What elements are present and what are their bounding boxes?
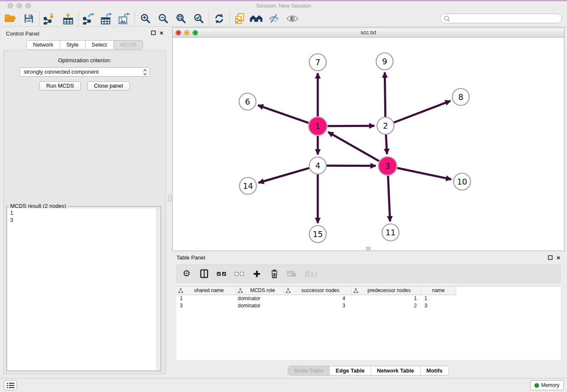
eye-icon <box>286 14 299 23</box>
column-header-shared-name[interactable]: shared name <box>176 287 236 295</box>
edge-2-3[interactable] <box>386 135 387 154</box>
cell-shared_name[interactable]: 1 <box>176 295 236 302</box>
mcds-result-box[interactable]: 1 3 <box>8 208 160 370</box>
function-builder-button[interactable]: f(x) <box>304 270 317 278</box>
zoom-selected-button[interactable] <box>192 12 205 25</box>
tab-network[interactable]: Network <box>27 41 60 49</box>
zoom-window-button[interactable] <box>25 3 31 8</box>
edge-3-1[interactable] <box>328 132 379 161</box>
edge-2-8[interactable] <box>394 101 451 122</box>
clone-network-button[interactable] <box>233 12 247 25</box>
cell-name[interactable]: 1 <box>421 295 456 302</box>
cell-name[interactable]: 3 <box>421 302 456 309</box>
tab-node-table[interactable]: Node Table <box>288 366 330 375</box>
cell-mcds_role[interactable]: dominator <box>236 302 284 309</box>
cell-predecessor_nodes[interactable]: 1 <box>351 295 421 302</box>
network-maximize-button[interactable]: + <box>193 30 198 36</box>
optimization-criterion-dropdown[interactable]: strongly connected component <box>19 67 150 77</box>
column-header-mcds-role[interactable]: MCDS role <box>236 287 284 295</box>
zoom-out-button[interactable] <box>156 12 170 25</box>
float-table-panel-icon[interactable] <box>548 255 553 260</box>
select-all-columns-button[interactable] <box>217 272 226 276</box>
cell-shared_name[interactable]: 3 <box>176 302 236 309</box>
unchecked-boxes-icon <box>234 272 244 276</box>
dropdown-stepper-icon <box>142 68 148 79</box>
edge-3-11[interactable] <box>388 176 390 221</box>
close-panel-button[interactable]: Close panel <box>87 81 130 91</box>
zoom-out-icon <box>158 13 168 24</box>
import-network-button[interactable] <box>43 12 56 25</box>
search-box[interactable] <box>440 14 562 23</box>
status-bar: Memory <box>0 378 567 392</box>
refresh-view-button[interactable] <box>212 12 226 25</box>
cell-predecessor_nodes[interactable]: 2 <box>351 302 421 309</box>
tab-edge-table[interactable]: Edge Table <box>330 366 371 375</box>
column-settings-button[interactable]: ⚙ <box>182 269 191 278</box>
edge-1-6[interactable] <box>258 105 309 123</box>
zoom-fit-button[interactable] <box>174 12 187 25</box>
delete-table-button[interactable] <box>287 271 296 277</box>
column-header-predecessor-nodes[interactable]: predecessor nodes <box>351 287 421 295</box>
export-table-icon <box>100 13 113 25</box>
network-close-button[interactable]: × <box>176 30 181 36</box>
add-column-button[interactable] <box>252 270 261 278</box>
column-label: predecessor nodes <box>367 287 410 293</box>
task-history-button[interactable] <box>4 380 17 390</box>
float-panel-icon[interactable] <box>151 30 156 35</box>
edge-4-14[interactable] <box>259 168 309 183</box>
edge-4-3[interactable] <box>327 166 376 166</box>
export-image-button[interactable] <box>118 12 131 25</box>
home-overview-button[interactable] <box>249 12 263 25</box>
hide-graphics-details-button[interactable] <box>267 12 281 25</box>
memory-label: Memory <box>541 382 559 388</box>
tab-network-table[interactable]: Network Table <box>371 366 421 375</box>
table-row[interactable]: 1dominator411 <box>176 295 561 302</box>
tab-mcds[interactable]: MCDS <box>114 41 143 49</box>
export-network-icon <box>83 13 95 25</box>
column-header-name[interactable]: name <box>421 287 456 295</box>
network-canvas[interactable]: 1234678910111415 <box>173 38 564 251</box>
table-toolbar: ⚙ <box>176 265 561 283</box>
minimize-window-button[interactable] <box>17 3 22 8</box>
save-session-button[interactable] <box>22 12 36 25</box>
tab-style[interactable]: Style <box>60 41 85 49</box>
result-scrollbar[interactable] <box>156 208 160 370</box>
splitter-handle-horizontal[interactable] <box>366 247 371 250</box>
network-minimize-button[interactable]: − <box>184 30 190 36</box>
clone-network-icon <box>234 13 245 25</box>
table-row[interactable]: 3dominator323 <box>176 302 561 309</box>
tab-motifs[interactable]: Motifs <box>421 366 449 375</box>
import-network-icon <box>43 13 56 25</box>
delete-columns-button[interactable] <box>270 269 279 278</box>
column-header-successor-nodes[interactable]: successor nodes <box>284 287 351 295</box>
search-input[interactable] <box>452 15 561 22</box>
cell-mcds_role[interactable]: dominator <box>236 295 284 302</box>
edge-3-10[interactable] <box>397 168 451 179</box>
cell-successor_nodes[interactable]: 3 <box>284 302 351 309</box>
run-mcds-button[interactable]: Run MCDS <box>39 81 81 91</box>
export-network-button[interactable] <box>82 12 96 25</box>
deselect-all-columns-button[interactable] <box>234 272 244 276</box>
plus-icon <box>253 270 261 278</box>
import-table-button[interactable] <box>61 12 75 25</box>
show-graphics-details-button[interactable] <box>286 12 299 25</box>
tab-select[interactable]: Select <box>85 41 114 49</box>
open-session-button[interactable] <box>3 12 17 25</box>
memory-button[interactable]: Memory <box>530 380 564 390</box>
zoom-selected-icon <box>193 13 204 24</box>
export-table-button[interactable] <box>100 12 113 25</box>
graph-svg[interactable]: 1234678910111415 <box>173 38 564 251</box>
close-window-button[interactable] <box>8 3 13 8</box>
edge-1-2[interactable] <box>328 126 374 126</box>
network-window-titlebar[interactable]: × − + scc.txt <box>173 28 564 38</box>
splitter-handle-vertical[interactable] <box>168 195 172 202</box>
column-type-icon <box>353 288 358 295</box>
split-view-button[interactable] <box>199 269 209 278</box>
edge-2-9[interactable] <box>385 72 385 117</box>
zoom-in-button[interactable] <box>138 12 152 25</box>
cell-successor_nodes[interactable]: 4 <box>284 295 351 302</box>
close-table-panel-icon[interactable]: × <box>556 255 560 260</box>
table-panel: Table Panel × ⚙ <box>172 252 564 377</box>
toolbar-separator <box>209 11 209 26</box>
close-panel-icon[interactable]: × <box>160 30 163 36</box>
